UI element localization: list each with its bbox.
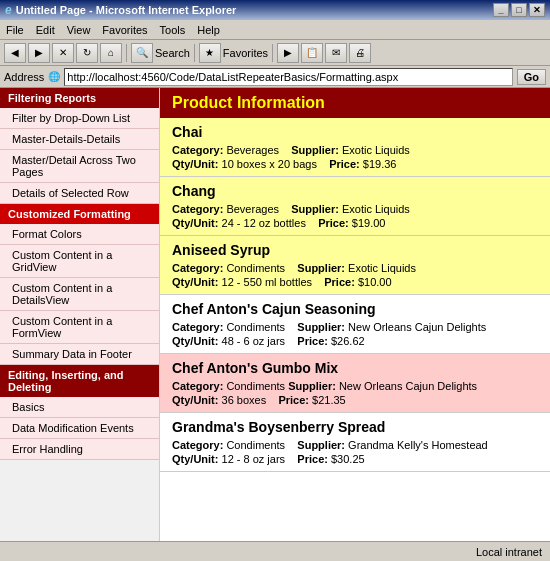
sidebar-section-editing[interactable]: Editing, Inserting, and Deleting [0,365,159,397]
sidebar-item-filter-dropdown[interactable]: Filter by Drop-Down List [0,108,159,129]
sidebar-item-summary-footer[interactable]: Summary Data in Footer [0,344,159,365]
product-name-chang: Chang [160,177,550,201]
sidebar-item-custom-gridview[interactable]: Custom Content in a GridView [0,245,159,278]
menu-help[interactable]: Help [191,22,226,38]
menu-bar: File Edit View Favorites Tools Help [0,20,550,40]
sidebar-item-master-detail-across[interactable]: Master/Detail Across Two Pages [0,150,159,183]
category-label-boysenberry: Category: [172,439,223,451]
menu-favorites[interactable]: Favorites [96,22,153,38]
home-button[interactable]: ⌂ [100,43,122,63]
product-details-cajun: Category: Condiments Supplier: New Orlea… [160,319,550,353]
media-button[interactable]: ▶ [277,43,299,63]
price-value-boysenberry: $30.25 [331,453,365,465]
product-details-chai: Category: Beverages Supplier: Exotic Liq… [160,142,550,176]
sidebar-item-data-mod-events[interactable]: Data Modification Events [0,418,159,439]
price-value-chai: $19.36 [363,158,397,170]
supplier-label-chang: Supplier: [291,203,339,215]
category-value-boysenberry: Condiments [226,439,285,451]
sidebar-item-details-selected[interactable]: Details of Selected Row [0,183,159,204]
print-button[interactable]: 🖨 [349,43,371,63]
category-value-aniseed: Condiments [226,262,285,274]
product-name-gumbo: Chef Anton's Gumbo Mix [160,354,550,378]
category-value-gumbo: Condiments [226,380,285,392]
sidebar-item-format-colors[interactable]: Format Colors [0,224,159,245]
search-button[interactable]: 🔍 [131,43,153,63]
product-block-aniseed: Aniseed Syrup Category: Condiments Suppl… [160,236,550,295]
category-value-chang: Beverages [226,203,279,215]
sidebar-section-customized[interactable]: Customized Formatting [0,204,159,224]
mail-button[interactable]: ✉ [325,43,347,63]
sidebar-item-master-details[interactable]: Master-Details-Details [0,129,159,150]
price-label-boysenberry: Price: [297,453,328,465]
favorites-button[interactable]: ★ [199,43,221,63]
menu-view[interactable]: View [61,22,97,38]
supplier-value-chang: Exotic Liquids [342,203,410,215]
qty-value-aniseed: 12 - 550 ml bottles [222,276,313,288]
product-details-boysenberry: Category: Condiments Supplier: Grandma K… [160,437,550,471]
price-label-chai: Price: [329,158,360,170]
minimize-button[interactable]: _ [493,3,509,17]
sidebar-item-custom-formview[interactable]: Custom Content in a FormView [0,311,159,344]
price-label-gumbo: Price: [278,394,309,406]
menu-edit[interactable]: Edit [30,22,61,38]
product-details-gumbo: Category: Condiments Supplier: New Orlea… [160,378,550,412]
supplier-label-cajun: Supplier: [297,321,345,333]
price-value-gumbo: $21.35 [312,394,346,406]
stop-button[interactable]: ✕ [52,43,74,63]
forward-button[interactable]: ▶ [28,43,50,63]
separator-2 [194,44,195,62]
price-label-chang: Price: [318,217,349,229]
product-details-aniseed: Category: Condiments Supplier: Exotic Li… [160,260,550,294]
status-bar: Local intranet [0,541,550,561]
favorites-label: Favorites [223,47,268,59]
qty-value-cajun: 48 - 6 oz jars [222,335,286,347]
qty-label-gumbo: Qty/Unit: [172,394,218,406]
maximize-button[interactable]: □ [511,3,527,17]
refresh-button[interactable]: ↻ [76,43,98,63]
supplier-value-gumbo: New Orleans Cajun Delights [339,380,477,392]
price-value-aniseed: $10.00 [358,276,392,288]
page-icon: 🌐 [48,71,60,82]
product-block-chai: Chai Category: Beverages Supplier: Exoti… [160,118,550,177]
address-bar: Address 🌐 Go [0,66,550,88]
product-block-cajun: Chef Anton's Cajun Seasoning Category: C… [160,295,550,354]
back-button[interactable]: ◀ [4,43,26,63]
price-value-cajun: $26.62 [331,335,365,347]
supplier-label-chai: Supplier: [291,144,339,156]
ie-icon: e [5,3,12,17]
separator-3 [272,44,273,62]
sidebar-item-basics[interactable]: Basics [0,397,159,418]
qty-label-cajun: Qty/Unit: [172,335,218,347]
supplier-value-boysenberry: Grandma Kelly's Homestead [348,439,488,451]
product-name-boysenberry: Grandma's Boysenberry Spread [160,413,550,437]
qty-label-chang: Qty/Unit: [172,217,218,229]
qty-value-chai: 10 boxes x 20 bags [222,158,317,170]
sidebar-item-custom-detailsview[interactable]: Custom Content in a DetailsView [0,278,159,311]
product-info-header: Product Information [160,88,550,118]
address-input[interactable] [64,68,512,86]
history-button[interactable]: 📋 [301,43,323,63]
product-block-gumbo: Chef Anton's Gumbo Mix Category: Condime… [160,354,550,413]
address-label: Address [4,71,44,83]
product-block-boysenberry: Grandma's Boysenberry Spread Category: C… [160,413,550,472]
menu-file[interactable]: File [0,22,30,38]
zone-label: Local intranet [476,546,542,558]
price-label-aniseed: Price: [324,276,355,288]
supplier-value-aniseed: Exotic Liquids [348,262,416,274]
qty-label-chai: Qty/Unit: [172,158,218,170]
sidebar-item-error-handling[interactable]: Error Handling [0,439,159,460]
close-button[interactable]: ✕ [529,3,545,17]
go-button[interactable]: Go [517,69,546,85]
qty-value-chang: 24 - 12 oz bottles [222,217,306,229]
content-area: Product Information Chai Category: Bever… [160,88,550,541]
qty-value-boysenberry: 12 - 8 oz jars [222,453,286,465]
category-label-aniseed: Category: [172,262,223,274]
menu-tools[interactable]: Tools [154,22,192,38]
title-bar: e Untitled Page - Microsoft Internet Exp… [0,0,550,20]
category-label-chai: Category: [172,144,223,156]
sidebar-section-filtering[interactable]: Filtering Reports [0,88,159,108]
sidebar: Filtering Reports Filter by Drop-Down Li… [0,88,160,541]
category-value-cajun: Condiments [226,321,285,333]
price-label-cajun: Price: [297,335,328,347]
category-value-chai: Beverages [226,144,279,156]
